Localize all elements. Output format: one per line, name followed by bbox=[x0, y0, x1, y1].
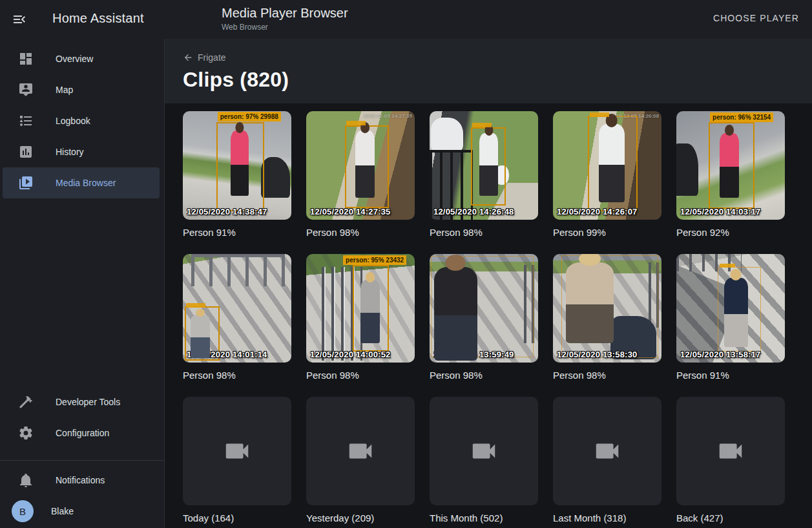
sidebar-item-label: Map bbox=[56, 85, 73, 95]
clip-label: Person 98% bbox=[306, 369, 415, 382]
bell-icon bbox=[18, 472, 34, 488]
person-figure bbox=[231, 131, 249, 196]
clip-thumbnail[interactable]: 2020-12-05 14:26:08 12/05/2020 14:26:07 bbox=[553, 111, 661, 220]
sidebar-item-label: Notifications bbox=[56, 475, 105, 485]
sidebar-item-label: Configuration bbox=[56, 428, 109, 438]
choose-player-button[interactable]: CHOOSE PLAYER bbox=[713, 13, 799, 23]
folder-item-today[interactable]: Today (164) bbox=[183, 397, 291, 525]
sidebar-item-label: Overview bbox=[56, 54, 93, 64]
video-icon bbox=[469, 436, 499, 466]
folder-item-back[interactable]: Back (427) bbox=[676, 397, 785, 525]
person-figure bbox=[720, 133, 739, 198]
clip-item[interactable]: 12/05/2020 13:58:30 Person 98% bbox=[553, 254, 661, 382]
folder-tile[interactable] bbox=[430, 397, 538, 505]
clip-thumbnail[interactable]: 12/05/2020 13:58:30 bbox=[553, 254, 661, 363]
detection-chip: person: 97% 29988 bbox=[218, 112, 281, 121]
sidebar-item-map[interactable]: Map bbox=[3, 74, 160, 105]
page-subtitle: Web Browser bbox=[222, 23, 348, 32]
clip-label: Person 98% bbox=[553, 369, 661, 382]
dashboard-icon bbox=[18, 51, 34, 67]
folder-tile[interactable] bbox=[183, 397, 291, 505]
clip-item[interactable]: 12/05/2020 13:58:17 Person 91% bbox=[676, 254, 785, 382]
clip-timestamp: 12/05/2020 14:03:17 bbox=[680, 207, 761, 216]
sidebar-item-history[interactable]: History bbox=[3, 136, 160, 167]
sidebar-item-label: Media Browser bbox=[56, 178, 116, 188]
clip-label: Person 98% bbox=[306, 226, 415, 239]
folder-label: Last Month (318) bbox=[553, 512, 661, 525]
clip-timestamp: 12/05/2020 13:58:30 bbox=[557, 350, 638, 359]
folder-tile[interactable] bbox=[676, 397, 785, 505]
clip-thumbnail[interactable]: 12/05/2020 14:26:48 bbox=[430, 111, 538, 220]
clip-label: Person 98% bbox=[430, 369, 538, 382]
clip-thumbnail[interactable]: 2020-12-05 14:27:35 12/05/2020 14:27:35 bbox=[306, 111, 415, 220]
detection-chip bbox=[720, 264, 735, 268]
clip-item[interactable]: 2020-12-05 14:26:08 12/05/2020 14:26:07 … bbox=[553, 111, 661, 239]
clip-timestamp: 12/05/2020 14:26:07 bbox=[557, 207, 638, 216]
media-play-box-icon bbox=[18, 175, 34, 191]
clip-item[interactable]: 12/05/2020 14:01:14 Person 98% bbox=[183, 254, 291, 382]
clip-label: Person 98% bbox=[430, 226, 538, 239]
clip-thumbnail[interactable]: person: 95% 23432 12/05/2020 14:00:52 bbox=[306, 254, 415, 363]
sidebar-item-profile[interactable]: B Blake bbox=[3, 496, 160, 527]
detection-chip bbox=[590, 112, 609, 117]
person-figure bbox=[724, 278, 748, 348]
clip-label: Person 91% bbox=[183, 226, 291, 239]
clip-timestamp: 12/05/2020 14:27:35 bbox=[310, 207, 391, 216]
folder-tile[interactable] bbox=[306, 397, 415, 505]
menu-open-icon[interactable] bbox=[12, 12, 27, 27]
clip-thumbnail[interactable]: 12/05/2020 13:58:17 bbox=[676, 254, 785, 363]
folder-item-this-month[interactable]: This Month (502) bbox=[430, 397, 538, 525]
sidebar-item-label: Logbook bbox=[56, 116, 90, 126]
page-heading: Clips (820) bbox=[183, 68, 812, 92]
page-title-group: Media Player Browser Web Browser bbox=[222, 6, 348, 32]
sidebar-item-logbook[interactable]: Logbook bbox=[3, 105, 160, 136]
media-grid: person: 97% 29988 12/05/2020 14:38:47 Pe… bbox=[183, 111, 812, 525]
sidebar: Overview Map Logbook History Media Brows… bbox=[0, 39, 165, 528]
clip-item[interactable]: person: 95% 23432 12/05/2020 14:00:52 Pe… bbox=[306, 254, 415, 382]
railing-shape bbox=[191, 254, 284, 286]
person-figure bbox=[479, 133, 498, 196]
sidebar-item-notifications[interactable]: Notifications bbox=[3, 465, 160, 496]
person-figure bbox=[360, 280, 380, 343]
sidebar-item-label: Developer Tools bbox=[56, 397, 120, 407]
clip-item[interactable]: 2020-12-05 14:27:35 12/05/2020 14:27:35 … bbox=[306, 111, 415, 239]
app-bar: Home Assistant Media Player Browser Web … bbox=[0, 0, 812, 39]
sidebar-item-developer-tools[interactable]: Developer Tools bbox=[3, 386, 160, 417]
folder-label: Yesterday (209) bbox=[306, 512, 415, 525]
person-figure bbox=[434, 267, 477, 360]
clip-item[interactable]: 12/05/2020 14:26:48 Person 98% bbox=[430, 111, 538, 239]
video-icon bbox=[592, 436, 622, 466]
clip-timestamp: 12/05/2020 14:38:47 bbox=[187, 207, 267, 216]
clip-label: Person 91% bbox=[676, 369, 785, 382]
car-shape bbox=[431, 118, 463, 153]
clip-thumbnail[interactable]: 12/05/2020 14:01:14 bbox=[183, 254, 291, 363]
clip-label: Person 98% bbox=[183, 369, 291, 382]
folder-item-yesterday[interactable]: Yesterday (209) bbox=[306, 397, 415, 525]
sidebar-item-overview[interactable]: Overview bbox=[3, 43, 160, 74]
sidebar-item-media-browser[interactable]: Media Browser bbox=[3, 167, 160, 198]
clip-timestamp: 12/05/2020 14:00:52 bbox=[310, 350, 391, 359]
camera-osd-time: 2020-12-05 14:27:35 bbox=[364, 113, 412, 119]
clip-item[interactable]: person: 96% 32154 12/05/2020 14:03:17 Pe… bbox=[676, 111, 785, 239]
folder-tile[interactable] bbox=[553, 397, 661, 505]
clip-item[interactable]: 12/05/2020 13:59:49 Person 98% bbox=[430, 254, 538, 382]
person-figure bbox=[566, 262, 614, 343]
breadcrumb[interactable]: Frigate bbox=[183, 52, 226, 63]
clip-thumbnail[interactable]: person: 96% 32154 12/05/2020 14:03:17 bbox=[676, 111, 785, 220]
folder-item-last-month[interactable]: Last Month (318) bbox=[553, 397, 661, 525]
media-grid-container: person: 97% 29988 12/05/2020 14:38:47 Pe… bbox=[165, 103, 812, 528]
sidebar-item-configuration[interactable]: Configuration bbox=[3, 417, 160, 449]
avatar: B bbox=[12, 500, 34, 522]
sidebar-item-label: History bbox=[56, 147, 84, 157]
app-title: Home Assistant bbox=[52, 11, 144, 26]
sidebar-item-label: Blake bbox=[51, 506, 74, 516]
clip-thumbnail[interactable]: person: 97% 29988 12/05/2020 14:38:47 bbox=[183, 111, 291, 220]
clip-timestamp: 12/05/2020 14:26:48 bbox=[433, 207, 514, 216]
clip-thumbnail[interactable]: 12/05/2020 13:59:49 bbox=[430, 254, 538, 363]
clip-label: Person 99% bbox=[553, 226, 661, 239]
video-icon bbox=[222, 436, 252, 466]
detection-chip bbox=[346, 121, 366, 125]
camera-osd-time: 2020-12-05 14:26:08 bbox=[610, 113, 659, 119]
person-figure bbox=[191, 315, 210, 358]
clip-item[interactable]: person: 97% 29988 12/05/2020 14:38:47 Pe… bbox=[183, 111, 291, 239]
